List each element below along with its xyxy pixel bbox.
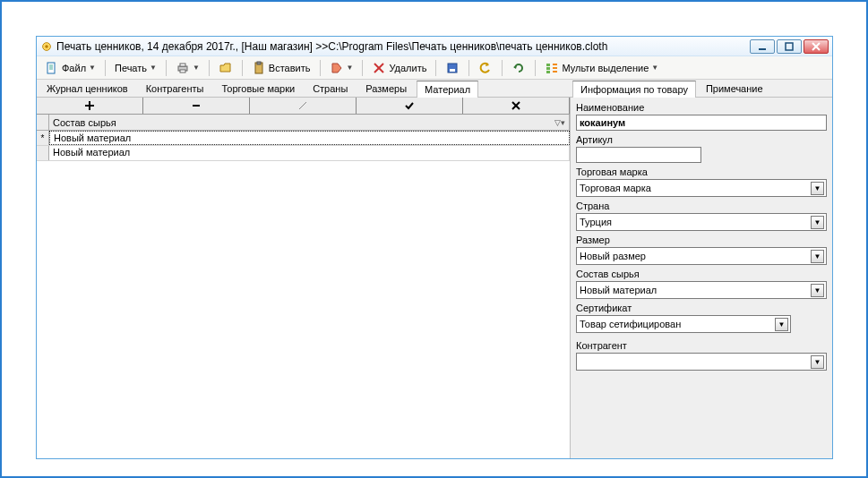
combo-value: Товар сетифицирован bbox=[580, 319, 681, 329]
label-article: Артикул bbox=[576, 134, 827, 145]
cancel-button[interactable] bbox=[463, 98, 570, 114]
close-button[interactable] bbox=[804, 39, 829, 54]
confirm-button[interactable] bbox=[357, 98, 463, 114]
delete-button[interactable]: Удалить bbox=[367, 58, 431, 78]
grid-action-bar bbox=[37, 98, 570, 115]
contractor-combo[interactable]: ▼ bbox=[576, 353, 827, 371]
combo-value: Новый материал bbox=[580, 285, 657, 295]
multi-select-button[interactable]: Мульти выделение ▼ bbox=[540, 58, 663, 78]
label-brand: Торговая марка bbox=[576, 166, 827, 177]
app-icon bbox=[40, 40, 53, 53]
print-button[interactable]: Печать ▼ bbox=[110, 60, 161, 76]
cell-value[interactable]: Новый материал bbox=[49, 131, 570, 145]
combo-value: Турция bbox=[580, 217, 612, 227]
label-country: Страна bbox=[576, 201, 827, 211]
tab-brands[interactable]: Торговые марки bbox=[213, 80, 303, 97]
svg-rect-19 bbox=[546, 64, 550, 66]
printer-button[interactable]: ▼ bbox=[171, 58, 204, 78]
table-row[interactable]: * Новый материал bbox=[37, 131, 570, 146]
chevron-down-icon[interactable]: ▼ bbox=[811, 182, 824, 195]
add-row-button[interactable] bbox=[37, 98, 143, 114]
separator bbox=[166, 60, 167, 76]
file-menu-button[interactable]: Файл ▼ bbox=[40, 58, 100, 78]
cert-combo[interactable]: Товар сетифицирован▼ bbox=[576, 315, 791, 333]
separator bbox=[502, 60, 503, 76]
table-row[interactable]: Новый материал bbox=[37, 146, 570, 161]
chevron-down-icon: ▼ bbox=[347, 64, 354, 72]
tag-button[interactable]: ▼ bbox=[325, 58, 358, 78]
svg-rect-14 bbox=[257, 62, 261, 64]
refresh-icon bbox=[511, 61, 526, 75]
delete-icon bbox=[372, 61, 386, 75]
svg-rect-6 bbox=[47, 63, 55, 73]
filter-icon[interactable]: ▽▾ bbox=[554, 118, 565, 127]
remove-row-button[interactable] bbox=[143, 98, 250, 114]
chevron-down-icon: ▼ bbox=[651, 64, 658, 72]
chevron-down-icon[interactable]: ▼ bbox=[811, 250, 824, 263]
maximize-button[interactable] bbox=[777, 39, 802, 54]
chevron-down-icon: ▼ bbox=[89, 64, 96, 72]
svg-rect-3 bbox=[786, 43, 793, 50]
product-form: Наименование Артикул Торговая марка Торг… bbox=[571, 98, 832, 373]
row-indicator: * bbox=[37, 131, 49, 145]
undo-icon bbox=[478, 61, 493, 75]
column-header-composition[interactable]: Состав сырья ▽▾ bbox=[49, 115, 570, 130]
chevron-down-icon[interactable]: ▼ bbox=[775, 318, 788, 331]
multi-select-icon bbox=[545, 61, 559, 75]
grid-pane: Состав сырья ▽▾ * Новый материал Новый м… bbox=[37, 98, 571, 458]
folder-open-icon bbox=[219, 61, 233, 75]
main-toolbar: Файл ▼ Печать ▼ ▼ Вставить bbox=[37, 56, 832, 80]
tag-icon bbox=[330, 61, 344, 75]
save-button[interactable] bbox=[441, 58, 464, 78]
svg-line-25 bbox=[299, 102, 306, 109]
chevron-down-icon[interactable]: ▼ bbox=[811, 284, 824, 297]
window-title: Печать ценников, 14 декабря 2017г., [Наш… bbox=[56, 40, 750, 53]
save-icon bbox=[445, 61, 460, 75]
label-material: Состав сырья bbox=[576, 269, 827, 279]
details-pane: Наименование Артикул Торговая марка Торг… bbox=[571, 98, 832, 458]
tab-sizes[interactable]: Размеры bbox=[357, 80, 415, 97]
paste-icon bbox=[252, 61, 266, 75]
chevron-down-icon[interactable]: ▼ bbox=[811, 216, 824, 229]
cell-value[interactable]: Новый материал bbox=[49, 146, 570, 160]
tab-journal[interactable]: Журнал ценников bbox=[39, 80, 136, 97]
left-tabs: Журнал ценников Контрагенты Торговые мар… bbox=[37, 80, 571, 98]
separator bbox=[468, 60, 469, 76]
separator bbox=[535, 60, 536, 76]
titlebar: Печать ценников, 14 декабря 2017г., [Наш… bbox=[37, 37, 832, 56]
material-combo[interactable]: Новый материал▼ bbox=[576, 281, 827, 299]
tab-note[interactable]: Примечание bbox=[698, 80, 771, 97]
tab-countries[interactable]: Страны bbox=[305, 80, 356, 97]
paste-button[interactable]: Вставить bbox=[247, 58, 315, 78]
size-combo[interactable]: Новый размер▼ bbox=[576, 247, 827, 265]
right-tabs: Информация по товару Примечание bbox=[571, 80, 832, 98]
file-icon bbox=[45, 61, 59, 75]
grid-indicator-header bbox=[37, 115, 49, 130]
open-button[interactable] bbox=[214, 58, 237, 78]
refresh-button[interactable] bbox=[507, 58, 530, 78]
material-grid[interactable]: Состав сырья ▽▾ * Новый материал Новый м… bbox=[37, 115, 570, 161]
paste-label: Вставить bbox=[269, 63, 311, 73]
separator bbox=[320, 60, 321, 76]
combo-value: Новый размер bbox=[580, 251, 646, 261]
svg-rect-12 bbox=[180, 70, 185, 73]
tab-contractors[interactable]: Контрагенты bbox=[138, 80, 212, 97]
tab-material[interactable]: Материал bbox=[417, 81, 478, 98]
separator bbox=[435, 60, 436, 76]
separator bbox=[362, 60, 363, 76]
edit-row-button[interactable] bbox=[250, 98, 357, 114]
undo-button[interactable] bbox=[474, 58, 497, 78]
minimize-button[interactable] bbox=[750, 39, 775, 54]
label-contractor: Контрагент bbox=[576, 340, 827, 351]
multi-label: Мульти выделение bbox=[562, 63, 649, 73]
country-combo[interactable]: Турция▼ bbox=[576, 213, 827, 231]
name-input[interactable] bbox=[576, 115, 827, 131]
tab-product-info[interactable]: Информация по товару bbox=[572, 81, 696, 98]
print-label: Печать bbox=[115, 63, 147, 73]
label-cert: Сертификат bbox=[576, 303, 827, 313]
article-input[interactable] bbox=[576, 147, 701, 163]
separator bbox=[105, 60, 106, 76]
chevron-down-icon[interactable]: ▼ bbox=[811, 355, 824, 369]
brand-combo[interactable]: Торговая марка▼ bbox=[576, 179, 827, 197]
separator bbox=[209, 60, 210, 76]
